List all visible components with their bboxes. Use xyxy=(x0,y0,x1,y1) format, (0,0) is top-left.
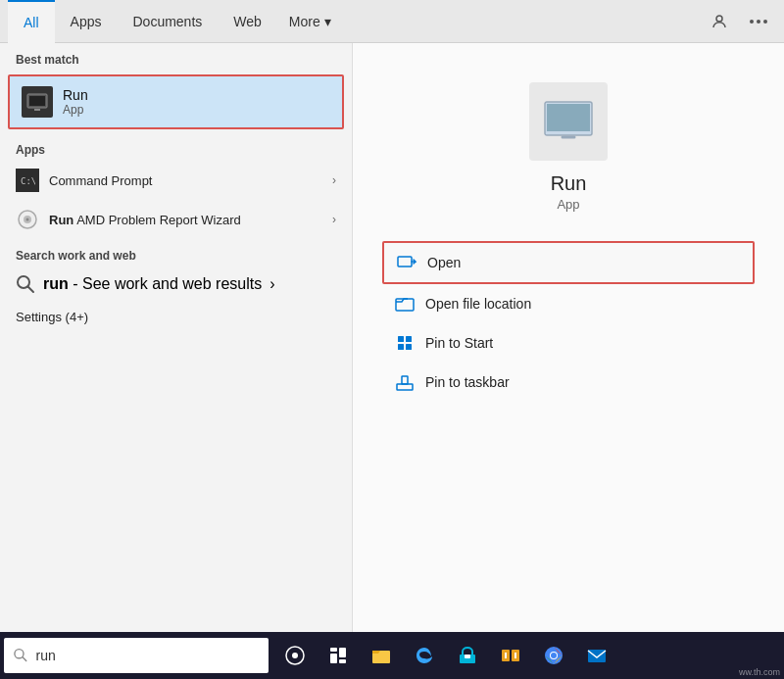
run-preview-icon xyxy=(529,82,608,161)
svg-line-25 xyxy=(23,657,26,661)
apps-section-header: Apps xyxy=(0,133,352,161)
right-panel: Run App Open xyxy=(353,43,784,679)
svg-rect-28 xyxy=(330,648,337,652)
content-area: Best match Run App Apps xyxy=(0,43,784,679)
action-open[interactable]: Open xyxy=(382,241,755,284)
svg-rect-18 xyxy=(398,336,404,342)
taskbar-search-icon xyxy=(14,648,28,663)
svg-rect-29 xyxy=(330,654,337,663)
search-web-icon xyxy=(16,274,35,294)
cmd-label: Command Prompt xyxy=(49,173,322,188)
best-match-text: Run App xyxy=(63,87,88,117)
svg-rect-14 xyxy=(547,104,590,131)
action-open-label: Open xyxy=(427,255,461,270)
chrome-btn[interactable] xyxy=(533,635,574,676)
action-pin-taskbar-label: Pin to taskbar xyxy=(425,374,510,390)
svg-rect-19 xyxy=(406,336,412,342)
svg-rect-20 xyxy=(398,344,404,350)
run-app-icon xyxy=(22,86,53,118)
svg-point-2 xyxy=(757,20,760,24)
cmd-icon: C:\ xyxy=(16,169,39,192)
taskbar-search-box[interactable] xyxy=(4,638,269,673)
settings-count[interactable]: Settings (4+) xyxy=(0,302,352,332)
run-bold: Run xyxy=(49,213,74,227)
action-open-file-location[interactable]: Open file location xyxy=(382,284,755,323)
run-preview-name: Run xyxy=(551,172,587,195)
left-panel: Best match Run App Apps xyxy=(0,43,353,679)
mail-btn[interactable] xyxy=(576,635,617,676)
file-explorer-btn[interactable] xyxy=(361,635,402,676)
amd-icon xyxy=(16,208,39,231)
search-panel: All Apps Documents Web More ▾ xyxy=(0,0,784,679)
tab-bar: All Apps Documents Web More ▾ xyxy=(0,0,784,43)
widgets-btn[interactable] xyxy=(318,635,359,676)
svg-point-3 xyxy=(763,20,767,24)
open-file-location-icon xyxy=(394,293,416,315)
action-list: Open Open file location xyxy=(372,241,764,402)
svg-rect-37 xyxy=(505,653,507,658)
svg-rect-38 xyxy=(514,653,516,658)
task-view-btn[interactable] xyxy=(274,635,316,676)
svg-rect-17 xyxy=(396,299,414,311)
best-match-header: Best match xyxy=(0,43,352,71)
action-pin-start[interactable]: Pin to Start xyxy=(382,323,755,363)
svg-point-0 xyxy=(716,16,722,22)
action-open-file-location-label: Open file location xyxy=(425,296,531,312)
taskbar: ww.th.com xyxy=(0,632,784,679)
edge-btn[interactable] xyxy=(404,635,445,676)
tab-bar-right xyxy=(702,4,776,39)
search-web-header: Search work and web xyxy=(0,239,352,267)
watermark: ww.th.com xyxy=(739,667,780,677)
action-pin-start-label: Pin to Start xyxy=(425,335,493,351)
list-item-amd[interactable]: Run AMD Problem Report Wizard › xyxy=(0,200,352,239)
chevron-down-icon: ▾ xyxy=(324,14,331,29)
svg-rect-21 xyxy=(406,344,412,350)
pin-taskbar-icon xyxy=(394,371,416,393)
tab-all[interactable]: All xyxy=(8,0,55,43)
search-web-suffix: - See work and web results xyxy=(69,275,262,292)
svg-line-12 xyxy=(28,287,34,293)
cmd-chevron: › xyxy=(332,173,336,187)
search-web-item[interactable]: run - See work and web results › xyxy=(0,267,352,302)
app-preview: Run App xyxy=(372,63,764,241)
open-icon xyxy=(396,252,417,273)
amd-label: Run AMD Problem Report Wizard xyxy=(49,213,322,227)
file-manager-btn[interactable] xyxy=(490,635,531,676)
pin-start-icon xyxy=(394,332,416,354)
svg-point-41 xyxy=(551,653,557,658)
action-pin-taskbar[interactable]: Pin to taskbar xyxy=(382,363,755,402)
svg-rect-34 xyxy=(465,655,470,658)
best-match-name: Run xyxy=(63,87,88,103)
run-query-bold: run xyxy=(43,275,69,292)
svg-point-27 xyxy=(292,653,298,658)
search-web-chevron: › xyxy=(270,275,274,293)
taskbar-search-input[interactable] xyxy=(36,648,259,663)
tab-apps[interactable]: Apps xyxy=(55,0,118,43)
tab-more-label: More xyxy=(289,14,320,29)
svg-rect-30 xyxy=(339,648,346,657)
svg-text:C:\: C:\ xyxy=(21,176,35,186)
amd-chevron: › xyxy=(332,213,336,226)
svg-rect-42 xyxy=(588,650,606,662)
person-icon-btn[interactable] xyxy=(702,4,737,39)
tab-more[interactable]: More ▾ xyxy=(277,0,343,43)
best-match-item[interactable]: Run App xyxy=(8,74,344,129)
svg-rect-23 xyxy=(402,376,408,384)
svg-rect-22 xyxy=(397,384,413,390)
svg-point-1 xyxy=(750,20,754,24)
search-web-label: run - See work and web results xyxy=(43,275,262,293)
tab-web[interactable]: Web xyxy=(218,0,277,43)
tab-documents[interactable]: Documents xyxy=(117,0,218,43)
run-preview-type: App xyxy=(557,197,579,212)
more-options-icon-btn[interactable] xyxy=(741,4,776,39)
svg-rect-16 xyxy=(398,257,412,267)
best-match-type: App xyxy=(63,103,88,117)
svg-rect-31 xyxy=(339,659,346,663)
svg-rect-5 xyxy=(29,96,45,106)
store-btn[interactable] xyxy=(447,635,488,676)
svg-point-10 xyxy=(26,218,29,221)
list-item-cmd[interactable]: C:\ Command Prompt › xyxy=(0,161,352,200)
